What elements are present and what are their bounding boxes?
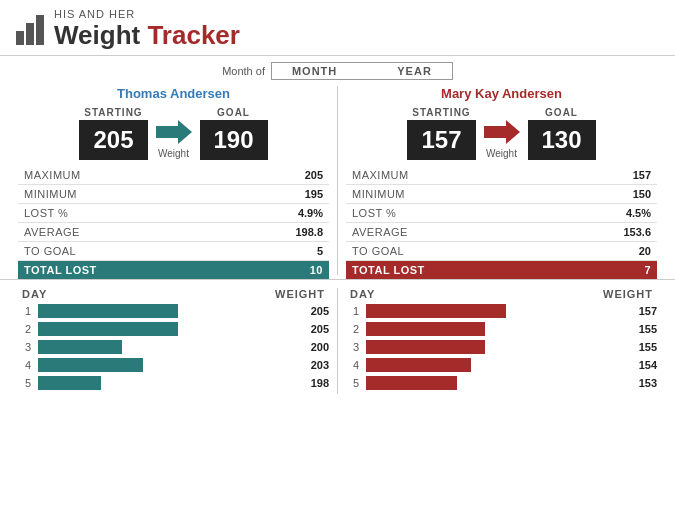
stat-value: 205 <box>230 166 329 185</box>
header-subtitle: HIS AND HER <box>54 8 240 20</box>
chart-day: 5 <box>18 377 38 389</box>
title-dark: Tracker <box>147 20 240 50</box>
list-item: 2 205 <box>18 322 329 336</box>
chart-bar-container <box>366 376 621 390</box>
table-row: AVERAGE198.8 <box>18 223 329 242</box>
chart-day: 2 <box>346 323 366 335</box>
chart-day: 2 <box>18 323 38 335</box>
year-label: YEAR <box>397 65 432 77</box>
table-row: MINIMUM150 <box>346 185 657 204</box>
table-row: AVERAGE153.6 <box>346 223 657 242</box>
table-row: TO GOAL20 <box>346 242 657 261</box>
chart-day: 3 <box>346 341 366 353</box>
chart-bar-container <box>38 376 293 390</box>
stat-label: MAXIMUM <box>346 166 558 185</box>
chart-day: 3 <box>18 341 38 353</box>
chart-bar-container <box>38 304 293 318</box>
chart-day: 4 <box>346 359 366 371</box>
list-item: 5 153 <box>346 376 657 390</box>
her-weight-label: WEIGHT <box>603 288 653 300</box>
his-arrow-icon <box>156 118 192 146</box>
his-chart-header: DAY WEIGHT <box>18 288 329 300</box>
her-weight-row: STARTING 157 Weight GOAL 130 <box>346 107 657 160</box>
list-item: 1 157 <box>346 304 657 318</box>
table-row: LOST %4.5% <box>346 204 657 223</box>
her-stats-table: MAXIMUM157MINIMUM150LOST %4.5%AVERAGE153… <box>346 166 657 279</box>
his-starting-item: STARTING 205 <box>79 107 147 160</box>
her-starting-item: STARTING 157 <box>407 107 475 160</box>
his-chart-rows: 1 205 2 205 3 200 4 203 5 <box>18 304 329 390</box>
her-goal-item: GOAL 130 <box>528 107 596 160</box>
header-title: Weight Tracker <box>54 20 240 51</box>
chart-weight: 155 <box>621 341 657 353</box>
chart-bar-container <box>366 358 621 372</box>
list-item: 1 205 <box>18 304 329 318</box>
total-value: 7 <box>558 261 657 280</box>
table-row: TO GOAL5 <box>18 242 329 261</box>
table-row: MAXIMUM205 <box>18 166 329 185</box>
stat-value: 5 <box>230 242 329 261</box>
chart-weight: 153 <box>621 377 657 389</box>
stat-value: 20 <box>558 242 657 261</box>
list-item: 4 203 <box>18 358 329 372</box>
total-row: TOTAL LOST7 <box>346 261 657 280</box>
stat-label: LOST % <box>346 204 558 223</box>
her-section: Mary Kay Andersen STARTING 157 Weight GO… <box>338 82 665 279</box>
total-label: TOTAL LOST <box>346 261 558 280</box>
stat-label: TO GOAL <box>346 242 558 261</box>
total-label: TOTAL LOST <box>18 261 230 280</box>
her-starting-value: 157 <box>407 120 475 160</box>
chart-bar-container <box>38 322 293 336</box>
his-stats-table: MAXIMUM205MINIMUM195LOST %4.9%AVERAGE198… <box>18 166 329 279</box>
his-name: Thomas Andersen <box>18 82 329 107</box>
svg-marker-0 <box>156 120 192 144</box>
his-weight-sub: Weight <box>158 148 189 159</box>
stat-label: MINIMUM <box>346 185 558 204</box>
chart-weight: 200 <box>293 341 329 353</box>
header-text: HIS AND HER Weight Tracker <box>54 8 240 51</box>
chart-bar <box>38 340 122 354</box>
list-item: 2 155 <box>346 322 657 336</box>
chart-bar <box>38 304 178 318</box>
her-day-label: DAY <box>350 288 375 300</box>
his-day-label: DAY <box>22 288 47 300</box>
her-goal-value: 130 <box>528 120 596 160</box>
table-row: LOST %4.9% <box>18 204 329 223</box>
his-goal-item: GOAL 190 <box>200 107 268 160</box>
stat-value: 4.9% <box>230 204 329 223</box>
his-starting-label: STARTING <box>84 107 142 118</box>
chart-weight: 203 <box>293 359 329 371</box>
his-starting-value: 205 <box>79 120 147 160</box>
chart-bar <box>366 322 485 336</box>
chart-weight: 205 <box>293 305 329 317</box>
stat-value: 4.5% <box>558 204 657 223</box>
list-item: 3 200 <box>18 340 329 354</box>
stat-value: 195 <box>230 185 329 204</box>
stat-value: 157 <box>558 166 657 185</box>
stat-label: AVERAGE <box>18 223 230 242</box>
stat-label: MAXIMUM <box>18 166 230 185</box>
her-weight-sub: Weight <box>486 148 517 159</box>
main-section: Thomas Andersen STARTING 205 Weight GOAL… <box>0 82 675 279</box>
stat-label: MINIMUM <box>18 185 230 204</box>
bar-chart-icon <box>16 15 44 45</box>
his-arrow: Weight <box>156 108 192 159</box>
list-item: 5 198 <box>18 376 329 390</box>
chart-day: 4 <box>18 359 38 371</box>
his-chart: DAY WEIGHT 1 205 2 205 3 200 4 <box>10 288 337 394</box>
month-year-box: MONTH YEAR <box>271 62 453 80</box>
his-goal-value: 190 <box>200 120 268 160</box>
list-item: 4 154 <box>346 358 657 372</box>
chart-bar-container <box>38 340 293 354</box>
chart-weight: 205 <box>293 323 329 335</box>
chart-bar-container <box>366 322 621 336</box>
title-light: Weight <box>54 20 140 50</box>
her-chart: DAY WEIGHT 1 157 2 155 3 155 4 <box>338 288 665 394</box>
his-weight-row: STARTING 205 Weight GOAL 190 <box>18 107 329 160</box>
list-item: 3 155 <box>346 340 657 354</box>
her-chart-header: DAY WEIGHT <box>346 288 657 300</box>
total-value: 10 <box>230 261 329 280</box>
his-section: Thomas Andersen STARTING 205 Weight GOAL… <box>10 82 337 279</box>
her-starting-label: STARTING <box>412 107 470 118</box>
chart-bar <box>38 376 101 390</box>
